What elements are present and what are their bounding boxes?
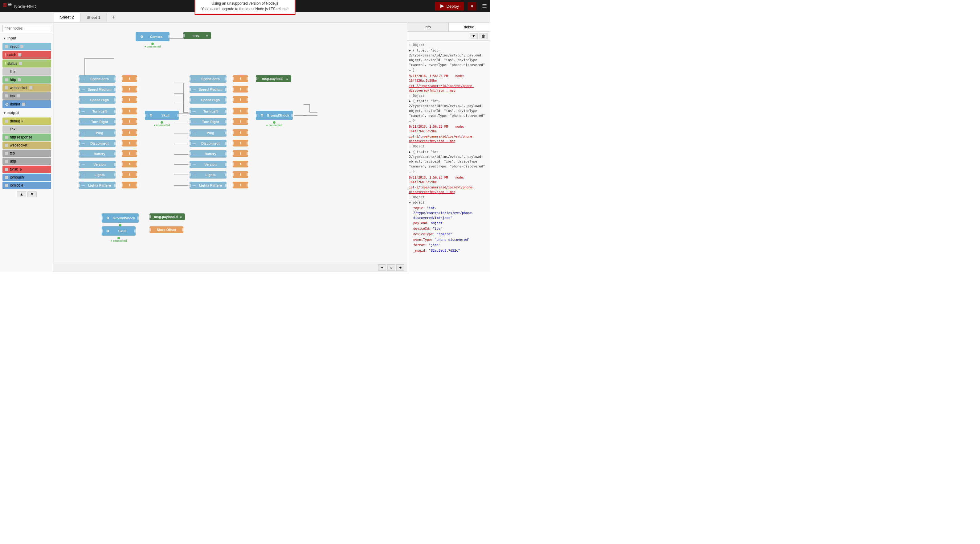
left-version-fn[interactable]: f [122, 161, 137, 168]
right-disconnect-fn[interactable]: f [233, 140, 248, 147]
left-disconnect[interactable]: → Disconnect [79, 140, 116, 147]
right-speed-medium-fn[interactable]: f [233, 86, 248, 93]
sidebar-item-ibmpush[interactable]: ibmpush [2, 174, 51, 181]
right-ping[interactable]: → Ping [189, 129, 226, 137]
left-disconnect-fn[interactable]: f [122, 140, 137, 147]
left-lights-fn[interactable]: f [122, 171, 137, 178]
debug-expand-obj[interactable]: ▼ object [409, 200, 488, 205]
hamburger-menu[interactable]: ☰ [482, 3, 487, 10]
sidebar-filter [0, 23, 54, 34]
right-lights-fn[interactable]: f [233, 171, 248, 178]
sidebar-item-tcp-in[interactable]: tcp [2, 92, 51, 100]
debug-line-2: : Object [409, 93, 488, 98]
right-turn-left-fn[interactable]: f [233, 108, 248, 115]
sidebar-item-ibmiot-in[interactable]: ⚙ ibmiot [2, 100, 51, 108]
right-lights-pattern[interactable]: → Lights Pattern [189, 182, 226, 189]
sidebar-up[interactable]: ▲ [17, 191, 26, 197]
right-version[interactable]: → Version [189, 161, 226, 168]
store-offset-node[interactable]: Store Offset [150, 227, 183, 233]
left-speed-high[interactable]: → Speed High [79, 96, 116, 104]
right-turn-right-fn[interactable]: f [233, 118, 248, 125]
sidebar-item-link-in[interactable]: link [2, 68, 51, 75]
right-turn-right[interactable]: → Turn Right [189, 118, 226, 126]
left-speed-zero-fn[interactable]: f [122, 75, 137, 82]
right-lights-pattern-fn[interactable]: f [233, 182, 248, 188]
left-battery[interactable]: → Battery [79, 150, 116, 158]
sidebar-item-twilio[interactable]: twilio ⊕ [2, 166, 51, 173]
left-speed-medium-fn[interactable]: f [122, 86, 137, 93]
msg-payload-node[interactable]: msg.payload ≡ [256, 75, 291, 82]
right-speed-zero-fn[interactable]: f [233, 75, 248, 82]
tab-info[interactable]: info [407, 23, 449, 32]
tab-sheet2[interactable]: Sheet 2 [54, 13, 80, 22]
right-turn-left[interactable]: → Turn Left [189, 108, 226, 115]
groundshock-top[interactable]: ⚙ GroundShock ● connected [256, 111, 293, 120]
left-speed-medium[interactable]: → Speed Medium [79, 86, 116, 93]
left-version[interactable]: → Version [79, 161, 116, 168]
zoom-out-btn[interactable]: − [378, 264, 386, 271]
left-ping[interactable]: → Ping [79, 129, 116, 137]
right-battery-fn[interactable]: f [233, 150, 248, 157]
debug-link-2[interactable]: iot-2/type/camera/id/ios/evt/phone-disco… [409, 134, 488, 144]
debug-expand-1[interactable]: ▶ { topic: "iot-2/type/camera/id/ios/evt… [409, 48, 488, 72]
tab-add-button[interactable]: + [108, 12, 119, 22]
right-speed-high-fn[interactable]: f [233, 96, 248, 103]
sidebar-item-http-response[interactable]: http response [2, 134, 51, 141]
left-turn-left[interactable]: → Turn Left [79, 108, 116, 115]
msg-node[interactable]: msg ≡ [183, 32, 211, 39]
filter-debug-btn[interactable]: ▼ [470, 33, 478, 39]
tab-sheet1[interactable]: Sheet 1 [80, 13, 107, 22]
sidebar-item-ibmiot-out[interactable]: ibmiot ⚙ [2, 182, 51, 189]
right-speed-zero[interactable]: → Speed Zero [189, 75, 226, 83]
groundshock-bottom[interactable]: ⚙ GroundShock ● connected [102, 214, 139, 223]
rszf-port-l [231, 77, 234, 80]
sidebar-item-websocket-out[interactable]: websocket [2, 142, 51, 149]
sidebar-item-inject[interactable]: inject [2, 43, 51, 50]
debug-link-1[interactable]: iot-2/type/camera/id/ios/evt/phone-disco… [409, 84, 488, 93]
sidebar-item-http[interactable]: http [2, 76, 51, 84]
sidebar-item-link-out[interactable]: link [2, 126, 51, 133]
sidebar-item-status[interactable]: ! status [2, 59, 51, 67]
right-ping-fn[interactable]: f [233, 129, 248, 136]
left-speed-high-fn[interactable]: f [122, 96, 137, 103]
debug-expand-2[interactable]: ▶ { topic: "iot-2/type/camera/id/ios/evt… [409, 99, 488, 123]
right-lights[interactable]: → Lights [189, 171, 226, 179]
right-speed-medium[interactable]: → Speed Medium [189, 86, 226, 93]
right-version-fn[interactable]: f [233, 161, 248, 168]
left-turn-right-fn[interactable]: f [122, 118, 137, 125]
deploy-dropdown[interactable]: ▼ [468, 2, 476, 11]
debug-link-3[interactable]: iot-2/type/camera/id/ios/evt/phone-disco… [409, 185, 488, 194]
filter-input[interactable] [2, 25, 51, 32]
zoom-reset-btn[interactable]: ○ [387, 264, 395, 271]
msg-payload-d-node[interactable]: msg.payload.d ≡ [150, 214, 185, 220]
deploy-button[interactable]: Deploy [435, 2, 464, 11]
camera-node[interactable]: ⚙ Camera ● connected [135, 32, 170, 41]
clear-debug-btn[interactable]: 🗑 [479, 33, 488, 39]
left-lights-pattern-fn[interactable]: f [122, 182, 137, 188]
left-turn-right[interactable]: → Turn Right [79, 118, 116, 126]
sidebar-item-websocket-in[interactable]: websocket [2, 84, 51, 92]
skull-top[interactable]: ⚙ Skull ● connected [145, 111, 179, 120]
sidebar-item-debug[interactable]: debug ≡ [2, 118, 51, 125]
zoom-in-btn[interactable]: + [396, 264, 404, 271]
sidebar-item-tcp-out[interactable]: tcp [2, 150, 51, 157]
lbf-port-r [135, 152, 139, 155]
input-section-header[interactable]: ▼ input [0, 34, 54, 42]
left-lights[interactable]: → Lights [79, 171, 116, 179]
output-section-header[interactable]: ▼ output [0, 109, 54, 117]
left-speed-zero[interactable]: → Speed Zero [79, 75, 116, 83]
sidebar-item-catch[interactable]: ! catch [2, 51, 51, 59]
sidebar-down[interactable]: ▼ [27, 191, 37, 197]
tab-debug[interactable]: debug [449, 23, 490, 32]
right-disconnect[interactable]: → Disconnect [189, 140, 226, 147]
sidebar-item-udp[interactable]: udp [2, 158, 51, 165]
right-speed-high[interactable]: → Speed High [189, 96, 226, 104]
left-turn-left-fn[interactable]: f [122, 108, 137, 115]
skull-bottom[interactable]: ⚙ Skull ● connected [102, 227, 135, 236]
left-battery-fn[interactable]: f [122, 150, 137, 157]
left-lights-pattern[interactable]: → Lights Pattern [79, 182, 116, 189]
right-battery[interactable]: → Battery [189, 150, 226, 158]
topbar: Node-RED Using an unsupported version of… [0, 0, 490, 12]
debug-expand-3[interactable]: ▶ { topic: "iot-2/type/camera/id/ios/evt… [409, 150, 488, 174]
left-ping-fn[interactable]: f [122, 129, 137, 136]
